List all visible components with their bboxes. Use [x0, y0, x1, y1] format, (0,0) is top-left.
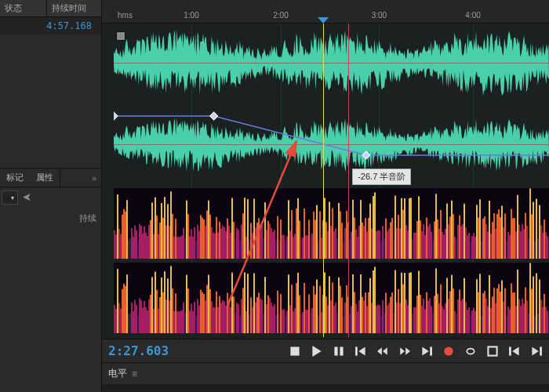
svg-rect-250: [496, 214, 498, 259]
svg-rect-564: [290, 347, 299, 355]
svg-rect-266: [522, 224, 523, 259]
svg-rect-568: [430, 347, 432, 355]
svg-rect-320: [169, 300, 170, 333]
svg-rect-70: [214, 234, 216, 259]
svg-rect-267: [523, 229, 525, 259]
file-duration: 4:57.168: [46, 20, 96, 31]
playhead-line[interactable]: [323, 24, 324, 337]
svg-rect-61: [200, 215, 202, 259]
forward-button[interactable]: [398, 345, 411, 358]
svg-rect-417: [321, 312, 322, 333]
svg-rect-342: [203, 294, 205, 333]
header-duration: 持续时间: [47, 0, 101, 16]
svg-rect-436: [351, 307, 352, 333]
svg-rect-415: [318, 315, 319, 333]
svg-rect-510: [467, 310, 468, 333]
svg-rect-462: [391, 292, 393, 333]
svg-rect-346: [209, 289, 211, 333]
svg-rect-500: [451, 275, 453, 333]
spectrogram-left[interactable]: [114, 188, 549, 259]
svg-rect-339: [198, 306, 200, 333]
svg-rect-449: [371, 303, 373, 333]
tab-markers[interactable]: 标记: [0, 169, 30, 187]
svg-rect-141: [325, 222, 327, 259]
svg-rect-561: [547, 310, 548, 333]
loop-button[interactable]: [464, 345, 477, 358]
rewind-button[interactable]: [376, 345, 389, 358]
prev-marker-button[interactable]: [508, 345, 521, 358]
panel-menu-icon[interactable]: »: [87, 170, 101, 186]
svg-rect-337: [195, 315, 197, 333]
svg-rect-340: [200, 289, 202, 333]
svg-rect-52: [186, 201, 187, 259]
svg-rect-443: [362, 297, 363, 333]
spectrogram-right[interactable]: [114, 263, 549, 333]
svg-rect-81: [231, 198, 233, 259]
svg-rect-85: [238, 230, 239, 259]
go-end-button[interactable]: [420, 345, 433, 358]
levels-label[interactable]: 电平: [108, 367, 127, 380]
svg-rect-378: [260, 299, 261, 333]
svg-rect-463: [393, 314, 394, 333]
record-button[interactable]: [442, 345, 455, 358]
svg-rect-92: [249, 240, 250, 259]
svg-rect-232: [468, 233, 470, 259]
levels-menu-icon[interactable]: ≡: [132, 368, 137, 379]
svg-rect-450: [373, 270, 374, 333]
svg-rect-551: [531, 289, 533, 333]
svg-rect-300: [137, 315, 139, 333]
svg-rect-565: [334, 347, 337, 355]
svg-rect-244: [487, 231, 489, 259]
svg-rect-522: [485, 299, 487, 333]
svg-rect-181: [388, 229, 390, 259]
workspace[interactable]: -26.7 半音阶: [102, 24, 549, 337]
svg-rect-558: [542, 307, 544, 333]
filter-dropdown[interactable]: ▾: [2, 191, 18, 205]
svg-rect-421: [327, 306, 329, 333]
svg-rect-481: [421, 306, 423, 333]
svg-rect-179: [385, 218, 387, 259]
svg-rect-356: [225, 306, 227, 333]
play-button[interactable]: [311, 345, 323, 358]
svg-rect-203: [423, 224, 424, 259]
svg-rect-273: [533, 202, 534, 259]
svg-rect-498: [448, 299, 449, 333]
svg-rect-301: [139, 299, 140, 333]
svg-rect-466: [398, 289, 399, 333]
prev-icon[interactable]: ⮜: [23, 193, 31, 202]
svg-rect-349: [214, 308, 216, 333]
next-marker-button[interactable]: [530, 345, 543, 358]
svg-rect-202: [421, 231, 423, 259]
marker-line[interactable]: [348, 24, 349, 337]
svg-rect-525: [490, 308, 492, 333]
svg-rect-145: [332, 208, 333, 259]
svg-rect-62: [202, 218, 203, 259]
svg-rect-142: [327, 231, 329, 259]
stop-button[interactable]: [289, 345, 301, 358]
svg-rect-319: [167, 278, 169, 333]
svg-rect-25: [144, 227, 145, 259]
svg-rect-49: [181, 235, 183, 259]
svg-rect-296: [131, 303, 133, 333]
svg-rect-287: [117, 269, 118, 333]
skip-selection-button[interactable]: [486, 345, 499, 358]
svg-rect-432: [344, 303, 346, 333]
svg-rect-15: [128, 240, 129, 259]
waveform-left[interactable]: [114, 30, 549, 96]
svg-rect-427: [336, 313, 338, 333]
svg-rect-23: [140, 226, 142, 259]
waveform-right[interactable]: [114, 111, 549, 178]
go-start-button[interactable]: [354, 345, 367, 358]
svg-rect-570: [488, 347, 496, 355]
playhead-handle[interactable]: [318, 17, 329, 24]
tab-properties[interactable]: 属性: [30, 169, 60, 187]
svg-rect-105: [269, 223, 271, 259]
svg-rect-39: [165, 225, 167, 259]
svg-rect-566: [340, 347, 343, 355]
svg-rect-404: [300, 314, 302, 333]
time-ruler[interactable]: hms 1:00 2:00 3:00 4:00: [102, 0, 549, 24]
svg-rect-373: [252, 307, 253, 333]
file-row[interactable]: 4:57.168: [0, 17, 101, 34]
svg-rect-35: [159, 223, 161, 259]
pause-button[interactable]: [333, 345, 345, 358]
